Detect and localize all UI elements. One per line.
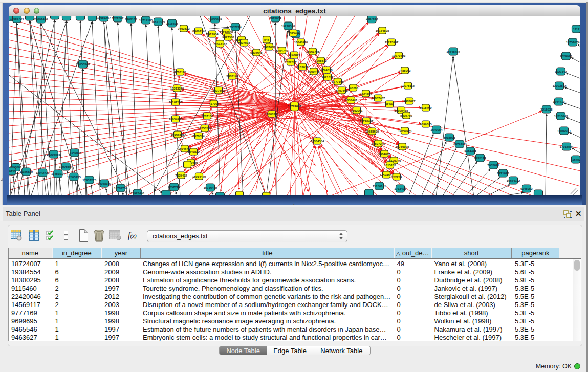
svg-text:19384554: 19384554 [311,140,324,143]
svg-text:5495759: 5495759 [400,114,412,117]
svg-text:10807487: 10807487 [372,97,385,100]
svg-text:11325419: 11325419 [287,32,300,35]
svg-text:15692971: 15692971 [557,129,571,133]
svg-text:8813054: 8813054 [269,17,281,20]
svg-text:17359928: 17359928 [68,151,81,155]
svg-text:17016504: 17016504 [560,145,574,148]
svg-text:12213369: 12213369 [170,87,184,90]
svg-text:16107553: 16107553 [169,101,183,104]
svg-text:8990448: 8990448 [308,70,320,73]
svg-text:11156829: 11156829 [19,170,33,173]
svg-text:12975115: 12975115 [401,84,415,87]
svg-text:7162091: 7162091 [351,109,363,112]
svg-text:17957275: 17957275 [82,179,96,182]
svg-text:2718170: 2718170 [174,71,186,74]
svg-text:9875645: 9875645 [250,51,263,54]
svg-text:12093832: 12093832 [553,84,567,87]
svg-text:11353594: 11353594 [198,127,212,130]
svg-text:9699695: 9699695 [420,123,432,126]
svg-text:14055724: 14055724 [10,17,24,20]
svg-text:9657771: 9657771 [168,186,180,189]
svg-text:9794028: 9794028 [320,69,333,72]
svg-text:1733426: 1733426 [394,187,406,190]
svg-text:7632621: 7632621 [487,164,499,167]
svg-text:16671385: 16671385 [151,20,165,24]
svg-text:9115460: 9115460 [420,106,432,110]
svg-text:10973493: 10973493 [392,54,406,57]
svg-text:19654983: 19654983 [169,118,183,121]
svg-text:10688609: 10688609 [365,130,379,133]
svg-text:19166825: 19166825 [171,133,185,136]
svg-text:10654112: 10654112 [507,179,520,182]
svg-text:546: 546 [264,38,270,41]
svg-text:15226058: 15226058 [220,31,233,34]
svg-text:8938923: 8938923 [443,136,455,139]
svg-text:9146821: 9146821 [288,54,300,57]
svg-text:20206555: 20206555 [47,153,61,156]
svg-text:252254: 252254 [391,176,402,179]
svg-text:8427552: 8427552 [212,89,225,92]
svg-text:11451914: 11451914 [51,172,65,176]
svg-text:9327508: 9327508 [222,36,234,39]
svg-text:8678334: 8678334 [192,135,205,138]
svg-text:18640910: 18640910 [294,41,308,44]
svg-text:16914479: 16914479 [192,175,206,178]
svg-text:8454749: 8454749 [276,49,288,52]
svg-text:12923446: 12923446 [130,192,144,195]
svg-text:20053346: 20053346 [76,63,90,66]
svg-text:7357274: 7357274 [229,26,242,29]
svg-text:417006: 417006 [209,102,220,105]
svg-text:20691406: 20691406 [34,18,48,21]
svg-text:8912954: 8912954 [206,33,219,36]
svg-text:116753: 116753 [571,158,580,161]
svg-text:1117: 1117 [573,28,580,31]
svg-text:1640954: 1640954 [430,128,443,132]
svg-text:9474444: 9474444 [464,150,476,153]
svg-text:1449822: 1449822 [187,150,200,154]
svg-text:2803144: 2803144 [226,75,238,78]
svg-text:9227342: 9227342 [555,70,567,73]
svg-text:19756928: 19756928 [396,145,409,148]
svg-text:19654923: 19654923 [398,129,412,133]
svg-text:16961758: 16961758 [306,50,320,53]
svg-text:1527602: 1527602 [112,17,124,20]
svg-text:9777169: 9777169 [332,80,344,83]
svg-text:19975857: 19975857 [59,165,73,168]
svg-text:10025438: 10025438 [395,109,408,112]
svg-text:62160: 62160 [385,103,394,106]
svg-text:16543362: 16543362 [213,42,227,46]
svg-text:12942737: 12942737 [36,171,50,174]
svg-text:18300295: 18300295 [265,113,279,116]
svg-text:8660124: 8660124 [192,30,205,33]
svg-text:2967608: 2967608 [263,46,275,49]
svg-text:9463627: 9463627 [403,100,416,103]
svg-text:2087682: 2087682 [366,17,378,20]
svg-text:3215935: 3215935 [540,108,553,111]
svg-text:746266: 746266 [348,86,359,90]
svg-text:2036447: 2036447 [345,99,357,102]
svg-text:15716485: 15716485 [204,186,217,189]
svg-text:3267130: 3267130 [201,115,213,118]
svg-text:39153: 39153 [9,170,16,173]
svg-text:6497568: 6497568 [336,89,348,92]
svg-text:15136141: 15136141 [373,185,386,188]
svg-text:6879197: 6879197 [453,143,466,146]
svg-text:16033809: 16033809 [208,18,222,21]
svg-text:16210643: 16210643 [554,115,568,118]
svg-text:1162615: 1162615 [296,65,309,69]
svg-text:1624554: 1624554 [360,92,372,95]
svg-text:7485063: 7485063 [399,69,411,72]
svg-text:2935114: 2935114 [474,157,486,160]
svg-text:9245052: 9245052 [520,187,533,190]
svg-text:6466160: 6466160 [125,18,137,21]
svg-text:7625402: 7625402 [175,174,187,177]
svg-text:10958107: 10958107 [98,182,112,185]
svg-text:7515524: 7515524 [166,22,178,25]
svg-text:16648784: 16648784 [446,50,460,53]
svg-text:7955812: 7955812 [315,59,327,62]
svg-text:10154808: 10154808 [376,29,389,32]
svg-text:8471626: 8471626 [497,172,509,175]
svg-text:1621022: 1621022 [321,76,334,79]
svg-text:10653267: 10653267 [97,16,111,19]
svg-text:12213967: 12213967 [385,41,399,44]
